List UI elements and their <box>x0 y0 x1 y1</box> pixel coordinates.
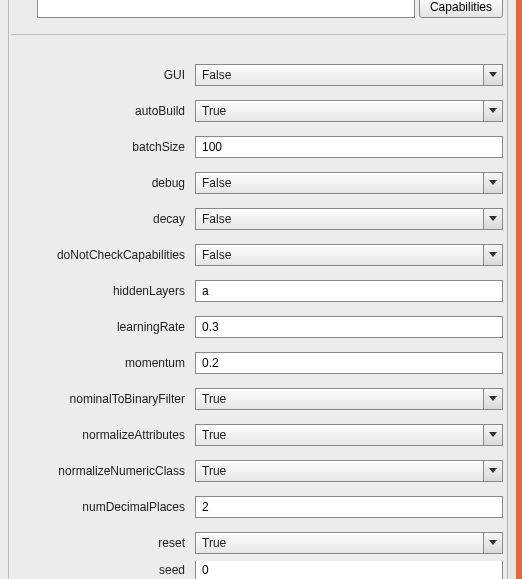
svg-marker-6 <box>489 432 497 437</box>
svg-marker-5 <box>489 396 497 401</box>
input-momentum[interactable] <box>195 352 503 374</box>
combo-normalizeAttributes[interactable]: True <box>195 424 503 446</box>
combo-autoBuild[interactable]: True <box>195 100 503 122</box>
combo-value-autoBuild: True <box>196 101 483 121</box>
combo-value-debug: False <box>196 173 483 193</box>
row-autoBuild: autoBuild True <box>13 93 503 129</box>
combo-decay[interactable]: False <box>195 208 503 230</box>
row-GUI: GUI False <box>13 57 503 93</box>
label-decay: decay <box>13 212 195 226</box>
input-numDecimalPlaces[interactable] <box>195 496 503 518</box>
row-seed: seed <box>13 561 503 579</box>
combo-value-reset: True <box>196 533 483 553</box>
row-batchSize: batchSize <box>13 129 503 165</box>
combo-doNotCheckCapabilities[interactable]: False <box>195 244 503 266</box>
label-autoBuild: autoBuild <box>13 104 195 118</box>
input-hiddenLayers[interactable] <box>195 280 503 302</box>
svg-marker-2 <box>489 180 497 185</box>
options-grid: GUI False autoBuild True <box>9 37 507 579</box>
combo-normalizeNumericClass[interactable]: True <box>195 460 503 482</box>
combo-value-nominalToBinaryFilter: True <box>196 389 483 409</box>
options-panel: Capabilities GUI False autoBuild <box>8 0 508 579</box>
command-input[interactable] <box>37 0 415 18</box>
combo-value-decay: False <box>196 209 483 229</box>
row-reset: reset True <box>13 525 503 561</box>
top-row: Capabilities <box>9 0 507 34</box>
label-GUI: GUI <box>13 68 195 82</box>
label-normalizeAttributes: normalizeAttributes <box>13 428 195 442</box>
input-batchSize[interactable] <box>195 136 503 158</box>
row-hiddenLayers: hiddenLayers <box>13 273 503 309</box>
label-seed: seed <box>13 563 195 577</box>
row-nominalToBinaryFilter: nominalToBinaryFilter True <box>13 381 503 417</box>
chevron-down-icon <box>483 173 502 193</box>
chevron-down-icon <box>483 101 502 121</box>
label-batchSize: batchSize <box>13 140 195 154</box>
svg-marker-0 <box>489 72 497 77</box>
label-doNotCheckCapabilities: doNotCheckCapabilities <box>13 248 195 262</box>
chevron-down-icon <box>483 389 502 409</box>
svg-marker-4 <box>489 252 497 257</box>
input-learningRate[interactable] <box>195 316 503 338</box>
combo-value-normalizeNumericClass: True <box>196 461 483 481</box>
label-reset: reset <box>13 536 195 550</box>
row-learningRate: learningRate <box>13 309 503 345</box>
row-debug: debug False <box>13 165 503 201</box>
row-normalizeNumericClass: normalizeNumericClass True <box>13 453 503 489</box>
svg-marker-8 <box>489 540 497 545</box>
combo-debug[interactable]: False <box>195 172 503 194</box>
chevron-down-icon <box>483 425 502 445</box>
label-learningRate: learningRate <box>13 320 195 334</box>
window-right-edge <box>516 0 522 579</box>
row-decay: decay False <box>13 201 503 237</box>
chevron-down-icon <box>483 209 502 229</box>
chevron-down-icon <box>483 245 502 265</box>
label-numDecimalPlaces: numDecimalPlaces <box>13 500 195 514</box>
svg-marker-3 <box>489 216 497 221</box>
chevron-down-icon <box>483 533 502 553</box>
chevron-down-icon <box>483 461 502 481</box>
scroll-track[interactable] <box>507 40 516 579</box>
capabilities-button[interactable]: Capabilities <box>419 0 503 18</box>
row-doNotCheckCapabilities: doNotCheckCapabilities False <box>13 237 503 273</box>
svg-marker-7 <box>489 468 497 473</box>
input-seed[interactable] <box>195 561 503 579</box>
combo-value-doNotCheckCapabilities: False <box>196 245 483 265</box>
combo-reset[interactable]: True <box>195 532 503 554</box>
label-momentum: momentum <box>13 356 195 370</box>
separator <box>11 34 505 35</box>
label-hiddenLayers: hiddenLayers <box>13 284 195 298</box>
label-normalizeNumericClass: normalizeNumericClass <box>13 464 195 478</box>
label-debug: debug <box>13 176 195 190</box>
label-nominalToBinaryFilter: nominalToBinaryFilter <box>13 392 195 406</box>
combo-GUI[interactable]: False <box>195 64 503 86</box>
combo-nominalToBinaryFilter[interactable]: True <box>195 388 503 410</box>
combo-value-normalizeAttributes: True <box>196 425 483 445</box>
row-numDecimalPlaces: numDecimalPlaces <box>13 489 503 525</box>
row-momentum: momentum <box>13 345 503 381</box>
svg-marker-1 <box>489 108 497 113</box>
row-normalizeAttributes: normalizeAttributes True <box>13 417 503 453</box>
combo-value-GUI: False <box>196 65 483 85</box>
chevron-down-icon <box>483 65 502 85</box>
